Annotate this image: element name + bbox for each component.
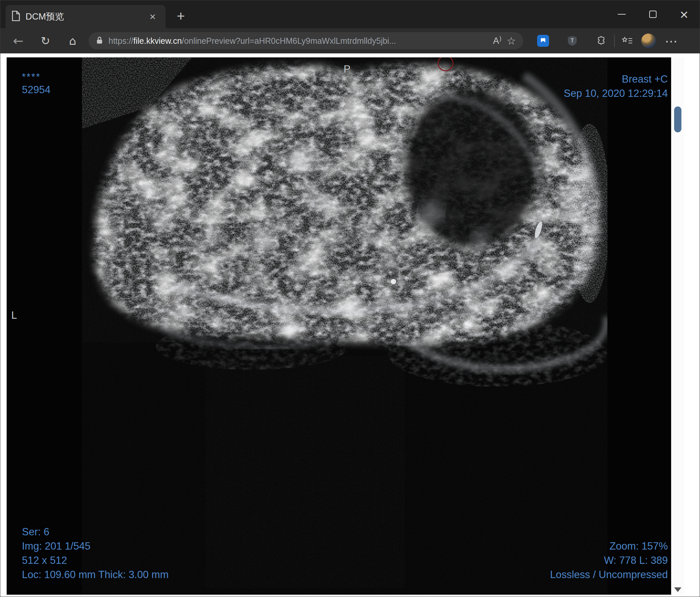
overlay-bottom-left: Ser: 6 Img: 201 1/545 512 x 512 Loc: 109… [22,525,169,582]
overlay-patient-id: 52954 [22,83,50,97]
home-button[interactable]: ⌂ [64,31,82,50]
overlay-stars: **** [22,71,50,83]
orientation-marker-left: L [11,308,17,322]
overlay-matrix: 512 x 512 [22,553,169,568]
minimize-icon [618,14,626,15]
overlay-top-left: **** 52954 [22,71,50,97]
profile-avatar[interactable] [641,33,656,48]
browser-tab[interactable]: DCM预览 × [6,5,166,28]
maximize-button[interactable] [637,0,669,28]
close-button[interactable]: × [669,0,700,28]
window-controls: × [606,0,700,28]
orientation-marker-posterior: P [341,62,354,76]
read-aloud-letter: A [493,36,499,46]
tab-close-icon[interactable]: × [146,9,159,24]
url-scheme: https:// [108,36,133,46]
minimize-button[interactable] [606,0,637,28]
lock-icon[interactable] [96,36,103,46]
scrollbar-down-arrow[interactable] [674,588,681,592]
refresh-button[interactable]: ↻ [36,31,55,50]
favorite-star-icon[interactable]: ☆ [506,35,516,47]
overlay-zoom: Zoom: 157% [550,539,668,553]
overlay-location: Loc: 109.60 mm Thick: 3.00 mm [22,568,169,582]
browser-window: DCM预览 × + × ← ↻ ⌂ https://file.kkview.cn… [0,0,700,597]
favorites-bar-icon[interactable] [619,33,635,49]
url-path: /onlinePreview?url=aHR0cHM6Ly9maWxlLmtrd… [182,36,396,46]
overlay-window-level: W: 778 L: 389 [550,553,668,568]
url-bar[interactable]: https://file.kkview.cn/onlinePreview?url… [89,32,523,49]
mri-image [7,57,671,595]
tab-strip: DCM预览 × + × [0,0,700,28]
url-text: https://file.kkview.cn/onlinePreview?url… [108,36,488,46]
tab-title: DCM预览 [26,10,140,23]
toolbar-divider [614,34,615,47]
maximize-icon [649,10,656,18]
url-host: file.kkview.cn [133,36,182,46]
overlay-series: Ser: 6 [22,525,169,539]
new-tab-button[interactable]: + [172,7,190,26]
overlay-bottom-right: Zoom: 157% W: 778 L: 389 Lossless / Unco… [550,539,668,582]
read-aloud-wave: ) [499,35,501,42]
menu-dots: … [665,31,677,46]
back-button[interactable]: ← [9,31,28,50]
tampermonkey-extension-icon[interactable]: T [564,33,580,49]
overlay-study: Breast +C [564,72,668,86]
overlay-compression: Lossless / Uncompressed [550,568,668,582]
dicom-viewer[interactable]: **** 52954 P Breast +C Sep 10, 2020 12:2… [7,57,671,595]
extensions-puzzle-icon[interactable] [594,33,609,49]
read-aloud-icon[interactable]: A) [493,36,501,46]
overlay-top-right: Breast +C Sep 10, 2020 12:29:14 [564,72,668,101]
page-scrollbar [671,57,684,595]
shield-letter: T [571,38,574,44]
video-extension-icon[interactable] [535,33,551,49]
scrollbar-thumb[interactable] [674,106,681,132]
browser-toolbar: ← ↻ ⌂ https://file.kkview.cn/onlinePrevi… [0,28,700,53]
overlay-image-index: Img: 201 1/545 [22,539,169,553]
overlay-datetime: Sep 10, 2020 12:29:14 [564,86,668,101]
page-content: **** 52954 P Breast +C Sep 10, 2020 12:2… [0,53,700,597]
settings-menu-icon[interactable]: … [662,31,680,50]
document-icon [11,10,20,23]
video-extension-badge [537,35,549,47]
